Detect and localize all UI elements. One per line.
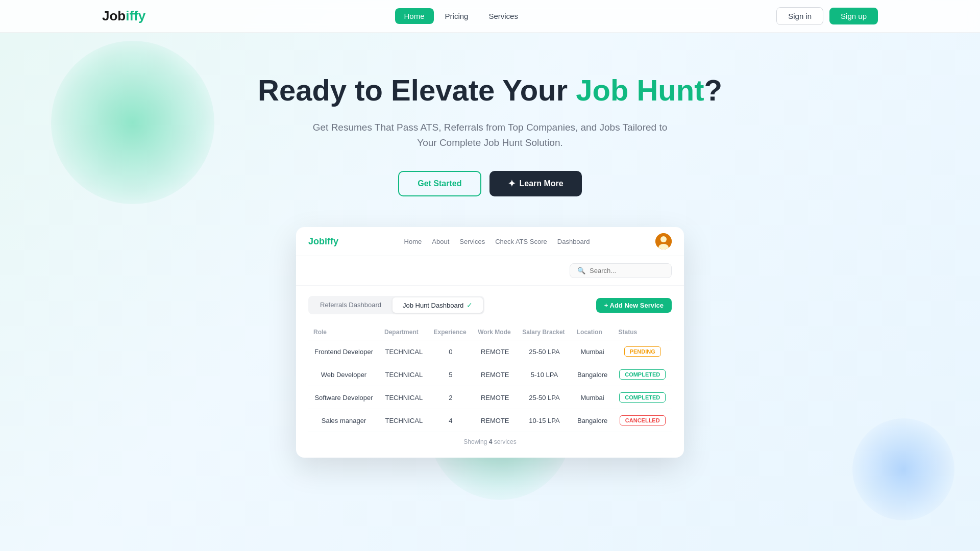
hero-subtitle: Get Resumes That Pass ATS, Referrals fro… [311, 120, 669, 151]
inner-logo: Jobiffy [308, 236, 338, 247]
inner-nav-services[interactable]: Services [459, 238, 485, 245]
user-avatar[interactable] [655, 233, 672, 249]
tab-job-hunt-label: Job Hunt Dashboard [403, 302, 463, 309]
cell-role: Software Developer [308, 386, 379, 409]
cell-salary: 25-50 LPA [517, 340, 572, 363]
tab-check-icon: ✓ [467, 301, 473, 309]
cell-department: TECHNICAL [379, 363, 429, 386]
cell-experience: 0 [429, 340, 473, 363]
inner-navigation: Jobiffy Home About Services Check ATS Sc… [296, 227, 684, 256]
status-badge: CANCELLED [620, 415, 666, 425]
get-started-button[interactable]: Get Started [398, 171, 481, 196]
cell-status: CANCELLED [613, 409, 672, 432]
add-new-service-button[interactable]: + Add New Service [596, 298, 672, 313]
cell-work-mode: REMOTE [473, 386, 517, 409]
search-bar-container: 🔍 [296, 256, 684, 286]
inner-nav-links: Home About Services Check ATS Score Dash… [404, 238, 590, 245]
cell-department: TECHNICAL [379, 340, 429, 363]
search-icon: 🔍 [577, 267, 585, 274]
status-badge: COMPLETED [619, 369, 666, 380]
nav-actions: Sign in Sign up [776, 7, 878, 25]
inner-logo-text1: Job [308, 236, 325, 246]
cell-role: Sales manager [308, 409, 379, 432]
dashboard-body: Referrals Dashboard Job Hunt Dashboard ✓… [296, 286, 684, 458]
tab-referrals[interactable]: Referrals Dashboard [310, 297, 391, 313]
hero-title-part1: Ready to Elevate Your [258, 73, 576, 107]
cell-salary: 10-15 LPA [517, 409, 572, 432]
search-input[interactable] [590, 267, 664, 274]
cell-work-mode: REMOTE [473, 363, 517, 386]
learn-more-icon: ✦ [508, 178, 516, 189]
cell-location: Mumbai [572, 386, 614, 409]
cell-salary: 25-50 LPA [517, 386, 572, 409]
cell-location: Bangalore [572, 363, 614, 386]
col-experience: Experience [429, 324, 473, 340]
cell-role: Web Developer [308, 363, 379, 386]
cell-experience: 2 [429, 386, 473, 409]
cell-role: Frontend Developer [308, 340, 379, 363]
learn-more-label: Learn More [520, 179, 564, 188]
table-header: Role Department Experience Work Mode Sal… [308, 324, 672, 340]
tab-job-hunt[interactable]: Job Hunt Dashboard ✓ [393, 297, 483, 313]
hero-section: Ready to Elevate Your Job Hunt? Get Resu… [0, 33, 980, 478]
inner-nav-ats[interactable]: Check ATS Score [495, 238, 547, 245]
nav-link-services[interactable]: Services [479, 8, 527, 24]
cell-location: Mumbai [572, 340, 614, 363]
col-location: Location [572, 324, 614, 340]
signin-button[interactable]: Sign in [776, 7, 823, 25]
top-logo: Jobiffy [102, 8, 145, 24]
table-body: Frontend Developer TECHNICAL 0 REMOTE 25… [308, 340, 672, 432]
dashboard-preview-card: Jobiffy Home About Services Check ATS Sc… [296, 227, 684, 458]
col-salary: Salary Bracket [517, 324, 572, 340]
cell-status: COMPLETED [613, 363, 672, 386]
tabs-container: Referrals Dashboard Job Hunt Dashboard ✓ [308, 296, 484, 314]
inner-nav-dashboard[interactable]: Dashboard [557, 238, 590, 245]
cell-salary: 5-10 LPA [517, 363, 572, 386]
learn-more-button[interactable]: ✦ Learn More [489, 171, 582, 196]
col-work-mode: Work Mode [473, 324, 517, 340]
cell-location: Bangalore [572, 409, 614, 432]
cell-work-mode: REMOTE [473, 409, 517, 432]
signup-button[interactable]: Sign up [829, 8, 878, 24]
hero-title-part3: ? [704, 73, 722, 107]
cell-status: PENDING [613, 340, 672, 363]
col-department: Department [379, 324, 429, 340]
inner-nav-home[interactable]: Home [404, 238, 422, 245]
services-table: Role Department Experience Work Mode Sal… [308, 324, 672, 432]
col-role: Role [308, 324, 379, 340]
table-row: Software Developer TECHNICAL 2 REMOTE 25… [308, 386, 672, 409]
dashboard-tabs-row: Referrals Dashboard Job Hunt Dashboard ✓… [308, 296, 672, 314]
top-navigation: Jobiffy Home Pricing Services Sign in Si… [0, 0, 980, 33]
cell-department: TECHNICAL [379, 386, 429, 409]
status-badge: COMPLETED [619, 392, 666, 403]
svg-point-1 [660, 236, 667, 242]
inner-nav-about[interactable]: About [432, 238, 449, 245]
nav-link-home[interactable]: Home [395, 8, 434, 24]
status-badge: PENDING [624, 346, 661, 357]
hero-title: Ready to Elevate Your Job Hunt? [10, 73, 970, 108]
inner-logo-highlight: iffy [325, 236, 338, 246]
search-bar: 🔍 [570, 263, 672, 278]
col-status: Status [613, 324, 672, 340]
hero-buttons: Get Started ✦ Learn More [10, 171, 970, 196]
hero-title-highlight: Job Hunt [576, 73, 704, 107]
nav-link-pricing[interactable]: Pricing [436, 8, 478, 24]
logo-highlight: iffy [126, 8, 145, 23]
nav-links: Home Pricing Services [395, 8, 527, 24]
cell-status: COMPLETED [613, 386, 672, 409]
table-row: Frontend Developer TECHNICAL 0 REMOTE 25… [308, 340, 672, 363]
cell-department: TECHNICAL [379, 409, 429, 432]
cell-work-mode: REMOTE [473, 340, 517, 363]
cell-experience: 5 [429, 363, 473, 386]
table-row: Sales manager TECHNICAL 4 REMOTE 10-15 L… [308, 409, 672, 432]
table-row: Web Developer TECHNICAL 5 REMOTE 5-10 LP… [308, 363, 672, 386]
showing-count-text: Showing 4 services [308, 432, 672, 447]
table-header-row: Role Department Experience Work Mode Sal… [308, 324, 672, 340]
cell-experience: 4 [429, 409, 473, 432]
